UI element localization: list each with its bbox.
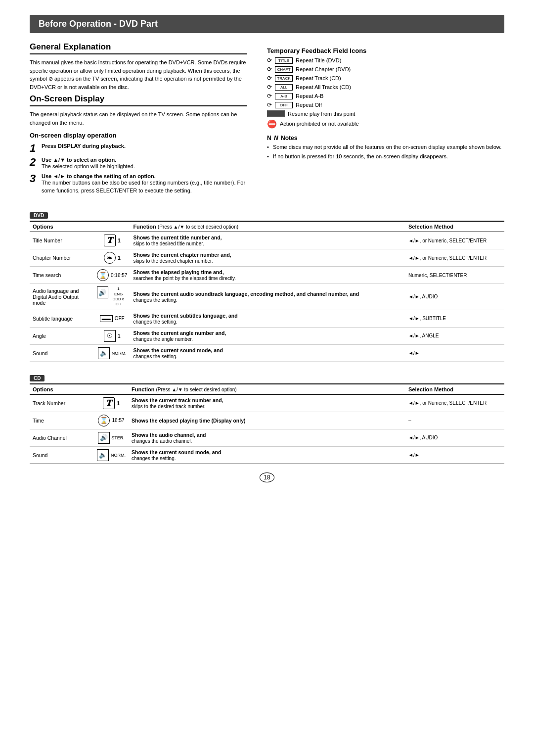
dvd-sel-6: ◄/► xyxy=(405,344,504,362)
dvd-th-icon xyxy=(94,221,130,232)
dvd-table-row: Title Number 𝐓 1 Shows the current title… xyxy=(30,232,504,249)
dvd-option-4: Subtitle language xyxy=(30,310,94,327)
general-explanation-title: General Explanation xyxy=(30,42,247,54)
step-2: 2 Use ▲/▼ to select an option. The selec… xyxy=(30,157,247,170)
cd-sel-3: ◄/► xyxy=(405,446,504,464)
step-2-text: The selected option will be highlighted. xyxy=(42,163,247,170)
repeat-symbol-4: ⟳ xyxy=(267,84,272,91)
feedback-text-7: Resume play from this point xyxy=(288,111,355,117)
cd-table-row: Audio Channel 🔊 STER. Shows the audio ch… xyxy=(30,429,504,446)
steps-list: 1 Press DISPLAY during playback. 2 Use ▲… xyxy=(30,143,247,194)
note-item-2: If no button is pressed for 10 seconds, … xyxy=(267,153,504,160)
right-column: Temporary Feedback Field Icons ⟳ TITLE R… xyxy=(267,42,504,197)
prohibit-icon: ⛔ xyxy=(267,119,277,129)
feedback-icons-title: Temporary Feedback Field Icons xyxy=(267,47,504,54)
dvd-sel-0: ◄/►, or Numeric, SELECT/ENTER xyxy=(405,232,504,249)
off-badge: OFF xyxy=(275,102,293,108)
dvd-fn-1: Shows the current chapter number and, sk… xyxy=(130,249,405,267)
cd-option-0: Track Number xyxy=(30,394,94,412)
dvd-th-selection: Selection Method xyxy=(405,221,504,232)
page-number: 18 xyxy=(260,472,274,482)
dvd-label: DVD xyxy=(30,212,48,219)
feedback-row-7: Resume play from this point xyxy=(267,110,504,117)
repeat-symbol-2: ⟳ xyxy=(267,66,272,73)
dvd-option-1: Chapter Number xyxy=(30,249,94,267)
ab-badge: A-B xyxy=(275,93,293,99)
dvd-table: Options Function (Press ▲/▼ to select de… xyxy=(30,221,504,362)
cd-table-row: Sound 🔈 NORM. Shows the current sound mo… xyxy=(30,446,504,464)
all-badge: ALL xyxy=(275,84,293,91)
repeat-symbol-5: ⟳ xyxy=(267,93,272,99)
cd-th-selection: Selection Method xyxy=(405,384,504,395)
cd-section: CD Options Function (Press ▲/▼ to select… xyxy=(30,367,504,464)
feedback-text-6: Repeat Off xyxy=(296,102,322,108)
general-explanation-body: This manual gives the basic instructions… xyxy=(30,58,247,91)
feedback-row-8: ⛔ Action prohibited or not available xyxy=(267,119,504,129)
cd-icon-0: 𝐓 1 xyxy=(94,394,129,412)
feedback-text-8: Action prohibited or not available xyxy=(280,121,359,127)
feedback-row-2: ⟳ CHAPT Repeat Chapter (DVD) xyxy=(267,66,504,73)
cd-fn-1: Shows the elapsed playing time (Display … xyxy=(129,412,405,429)
notes-box: N Notes Some discs may not provide all o… xyxy=(267,135,504,161)
cd-th-options: Options xyxy=(30,384,94,395)
step-3-bold: Use ◄/► to change the setting of an opti… xyxy=(42,173,247,179)
dvd-icon-1: ❧ 1 xyxy=(94,249,130,267)
cd-th-function: Function (Press ▲/▼ to select desired op… xyxy=(129,384,405,395)
dvd-fn-5: Shows the current angle number and, chan… xyxy=(130,327,405,344)
dvd-icon-4: ▬▬ OFF xyxy=(94,310,130,327)
step-1: 1 Press DISPLAY during playback. xyxy=(30,143,247,154)
dvd-th-function: Function (Press ▲/▼ to select desired op… xyxy=(130,221,405,232)
repeat-symbol-1: ⟳ xyxy=(267,57,272,64)
notes-title: N Notes xyxy=(267,135,504,142)
dvd-option-3: Audio language and Digital Audio Output … xyxy=(30,284,94,310)
dvd-sel-5: ◄/►, ANGLE xyxy=(405,327,504,344)
dvd-sel-2: Numeric, SELECT/ENTER xyxy=(405,267,504,284)
page: Before Operation - DVD Part General Expl… xyxy=(0,0,534,756)
dvd-fn-4: Shows the current subtitles language, an… xyxy=(130,310,405,327)
dvd-option-2: Time search xyxy=(30,267,94,284)
dvd-fn-0: Shows the current title number and, skip… xyxy=(130,232,405,249)
dvd-table-row: Angle ☉ 1 Shows the current angle number… xyxy=(30,327,504,344)
feedback-text-2: Repeat Chapter (DVD) xyxy=(296,66,351,72)
cd-option-3: Sound xyxy=(30,446,94,464)
dvd-icon-3: 🔊 1ENGDDD 6 CH xyxy=(94,284,130,310)
dvd-option-6: Sound xyxy=(30,344,94,362)
repeat-symbol-3: ⟳ xyxy=(267,75,272,82)
repeat-symbol-6: ⟳ xyxy=(267,101,272,108)
on-screen-display-intro: The general playback status can be displ… xyxy=(30,110,247,127)
feedback-text-3: Repeat Track (CD) xyxy=(296,75,341,81)
dvd-icon-6: 🔈 NORM. xyxy=(94,344,130,362)
cd-option-1: Time xyxy=(30,412,94,429)
feedback-row-6: ⟳ OFF Repeat Off xyxy=(267,101,504,108)
dvd-table-row: Subtitle language ▬▬ OFF Shows the curre… xyxy=(30,310,504,327)
dvd-th-options: Options xyxy=(30,221,94,232)
dvd-fn-2: Shows the elapsed playing time and, sear… xyxy=(130,267,405,284)
feedback-icons-table: ⟳ TITLE Repeat Title (DVD) ⟳ CHAPT Repea… xyxy=(267,57,504,129)
bar-icon xyxy=(267,110,285,117)
step-2-bold: Use ▲/▼ to select an option. xyxy=(42,157,247,163)
track-badge: TRACK xyxy=(275,75,293,82)
cd-fn-0: Shows the current track number and, skip… xyxy=(129,394,405,412)
cd-sel-2: ◄/►, AUDIO xyxy=(405,429,504,446)
dvd-icon-0: 𝐓 1 xyxy=(94,232,130,249)
dvd-sel-4: ◄/►, SUBTITLE xyxy=(405,310,504,327)
step-3: 3 Use ◄/► to change the setting of an op… xyxy=(30,173,247,194)
feedback-text-1: Repeat Title (DVD) xyxy=(296,57,341,63)
dvd-fn-6: Shows the current sound mode, and change… xyxy=(130,344,405,362)
cd-table: Options Function (Press ▲/▼ to select de… xyxy=(30,383,504,464)
feedback-row-1: ⟳ TITLE Repeat Title (DVD) xyxy=(267,57,504,64)
cd-icon-1: ⌛ 16:57 xyxy=(94,412,129,429)
feedback-text-4: Repeat All Tracks (CD) xyxy=(296,84,351,90)
dvd-sel-3: ◄/►, AUDIO xyxy=(405,284,504,310)
dvd-table-row: Sound 🔈 NORM. Shows the current sound mo… xyxy=(30,344,504,362)
dvd-table-row: Chapter Number ❧ 1 Shows the current cha… xyxy=(30,249,504,267)
title-badge: TITLE xyxy=(275,57,293,64)
step-3-text: The number buttons can be also be used f… xyxy=(42,179,247,194)
cd-th-icon xyxy=(94,384,129,395)
left-column: General Explanation This manual gives th… xyxy=(30,42,247,197)
chapt-badge: CHAPT xyxy=(275,66,293,73)
on-screen-subsection-title: On-screen display operation xyxy=(30,132,247,139)
dvd-table-row: Time search ⌛ 0:16:57 Shows the elapsed … xyxy=(30,267,504,284)
cd-label: CD xyxy=(30,375,44,381)
on-screen-display-title: On-Screen Display xyxy=(30,94,247,106)
